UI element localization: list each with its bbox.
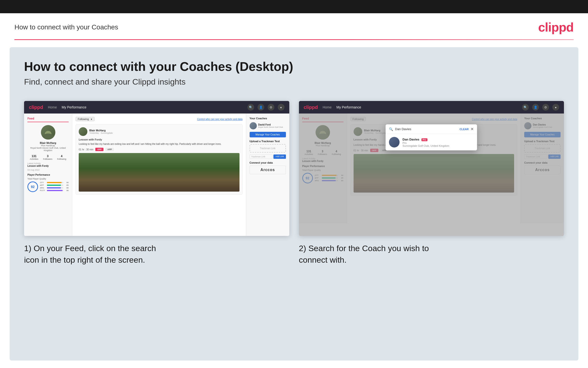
arccos-logo: Arccos (250, 166, 286, 174)
nav-icons-2: 🔍 👤 ⚙ ● (522, 104, 559, 110)
user-club: Royal North Devon Golf Club, United King… (27, 147, 69, 152)
coach-avatar (250, 122, 257, 129)
stat-activities: 131 Activities (30, 155, 38, 160)
result-info: Dan Davies Pro Pro Sunningdale Golf Club… (403, 137, 449, 147)
result-name: Dan Davies (403, 138, 419, 141)
search-icon-2[interactable]: 🔍 (522, 104, 529, 110)
main-heading: How to connect with your Coaches (Deskto… (24, 59, 564, 74)
result-name-row: Dan Davies Pro (403, 137, 449, 141)
result-club: Sunningdale Golf Club, United Kingdom (403, 144, 449, 147)
total-pq-label: Total Player Quality (27, 178, 69, 180)
post-body: Looking to feel like my hands are exitin… (79, 142, 239, 146)
coach-item: David Ford Royal North Devon Golf Club (250, 122, 286, 129)
screenshot-1-frame: clippd Home My Performance 🔍 👤 ⚙ ● Feed (24, 101, 289, 236)
header-divider (14, 39, 574, 40)
page-title: How to connect with your Coaches (14, 23, 118, 31)
add-link-btn[interactable]: Add Link (273, 155, 286, 159)
toggle-off[interactable]: OFF (95, 148, 104, 151)
activity-name: Lesson with Fordy (27, 165, 69, 167)
nav-home[interactable]: Home (48, 105, 57, 109)
header: How to connect with your Coaches clippd (0, 13, 588, 39)
screenshot-2-frame: clippd Home My Performance 🔍 👤 ⚙ ● (299, 101, 564, 236)
screenshot-2-col: clippd Home My Performance 🔍 👤 ⚙ ● (299, 101, 564, 266)
search-query[interactable]: Dan Davies (395, 127, 457, 131)
result-role: Pro (403, 141, 449, 144)
control-link[interactable]: Control who can see your activity and da… (197, 118, 242, 120)
settings-icon[interactable]: ⚙ (268, 104, 274, 110)
following-row: Following ▼ Control who can see your act… (76, 117, 243, 121)
nav-my-performance-2[interactable]: My Performance (336, 105, 361, 109)
step-1-label: 1) On your Feed, click on the searchicon… (24, 243, 289, 266)
player-perf-label: Player Performance (27, 174, 69, 176)
bar-putt: PUTT 96 (40, 189, 69, 192)
user-name: Blair McHarg (40, 141, 56, 144)
app-logo-2: clippd (304, 105, 318, 110)
nav-home-2[interactable]: Home (323, 105, 331, 109)
latest-activity-label: Latest Activity (27, 162, 69, 165)
right-panel-1: Your Coaches David Ford Royal North Devo… (246, 113, 289, 236)
app-nav-2: clippd Home My Performance 🔍 👤 ⚙ ● (299, 101, 564, 113)
avatar-icon-2[interactable]: ● (552, 104, 559, 110)
feed-tab[interactable]: Feed (27, 117, 69, 122)
step-2-label: 2) Search for the Coach you wish toconne… (299, 243, 564, 266)
post-card: Blair McHarg Yesterday · Sunningdale Les… (76, 124, 243, 195)
search-modal[interactable]: 🔍 Dan Davies CLEAR ✕ Dan Davies Pro (386, 124, 477, 150)
top-bar (0, 0, 588, 13)
pro-badge: Pro (421, 138, 428, 141)
post-user-name: Blair McHarg (89, 129, 113, 132)
user-avatar (41, 125, 55, 139)
clear-button[interactable]: CLEAR (459, 128, 469, 131)
post-header: Blair McHarg Yesterday · Sunningdale (79, 127, 239, 136)
post-image-inner (79, 153, 239, 192)
search-bar-row: 🔍 Dan Davies CLEAR ✕ (386, 124, 477, 134)
coaches-title: Your Coaches (250, 117, 286, 120)
search-modal-icon: 🔍 (389, 127, 393, 131)
manage-coaches-btn[interactable]: Manage Your Coaches (250, 132, 286, 137)
main-subheading: Find, connect and share your Clippd insi… (24, 77, 564, 86)
avatar-icon[interactable]: ● (278, 104, 284, 110)
following-badge[interactable]: Following ▼ (76, 117, 95, 121)
pq-value: 92 (27, 182, 38, 192)
main-content: How to connect with your Coaches (Deskto… (10, 47, 578, 360)
connect-data-title: Connect your data (250, 161, 286, 164)
coach-name: David Ford (258, 123, 283, 126)
search-result-item[interactable]: Dan Davies Pro Pro Sunningdale Golf Club… (386, 134, 477, 150)
user-handicap: Plus Handicap (41, 144, 55, 147)
nav-my-performance[interactable]: My Performance (61, 105, 86, 109)
trackman-input-row: Trackman Link Add Link (250, 155, 286, 159)
post-avatar (79, 127, 87, 136)
trackman-input[interactable]: Trackman Link (250, 155, 273, 159)
app-content-2-wrapper: Feed Blair McHarg Plus Handicap 131Activ… (299, 113, 564, 236)
stat-followers: 3 Followers (43, 155, 53, 160)
user-avatar-area: Blair McHarg Plus Handicap Royal North D… (27, 125, 69, 152)
settings-icon-2[interactable]: ⚙ (542, 104, 549, 110)
coach-club: Royal North Devon Golf Club (258, 126, 283, 128)
stat-following: 4 Following (57, 155, 66, 160)
post-meta: Yesterday · Sunningdale (89, 132, 113, 134)
app-nav-1: clippd Home My Performance 🔍 👤 ⚙ ● (24, 101, 289, 113)
trackman-placeholder: Trackman Link (250, 144, 286, 153)
bar-ott: OTT 90 (40, 182, 69, 184)
nav-icons: 🔍 👤 ⚙ ● (247, 104, 284, 110)
left-panel-1: Feed Blair McHarg Plus Handicap Royal No… (24, 113, 72, 236)
upload-title: Upload a Trackman Test (250, 140, 286, 143)
activity-date: 03 Aug 2022 (27, 169, 69, 171)
bar-app: APP 85 (40, 184, 69, 186)
pq-bars: OTT 90 APP 85 ARG (40, 182, 69, 192)
stats-row: 131 Activities 3 Followers 4 Following (27, 155, 69, 160)
user-icon-2[interactable]: 👤 (532, 104, 539, 110)
result-avatar (389, 137, 400, 147)
close-modal-button[interactable]: ✕ (471, 127, 474, 131)
post-image (79, 153, 239, 192)
pq-row: 92 OTT 90 APP 85 (27, 182, 69, 192)
bar-arg: ARG 86 (40, 187, 69, 189)
post-duration: 01 hr : 30 min OFF APP (79, 148, 239, 151)
app-logo-1: clippd (29, 105, 43, 110)
app-content-1: Feed Blair McHarg Plus Handicap Royal No… (24, 113, 289, 236)
user-icon[interactable]: 👤 (257, 104, 264, 110)
clippd-logo: clippd (538, 20, 574, 35)
post-title: Lesson with Fordy (79, 138, 239, 141)
screenshots-row: clippd Home My Performance 🔍 👤 ⚙ ● Feed (24, 101, 564, 266)
toggle-app[interactable]: APP (105, 148, 114, 151)
search-icon[interactable]: 🔍 (247, 104, 254, 110)
